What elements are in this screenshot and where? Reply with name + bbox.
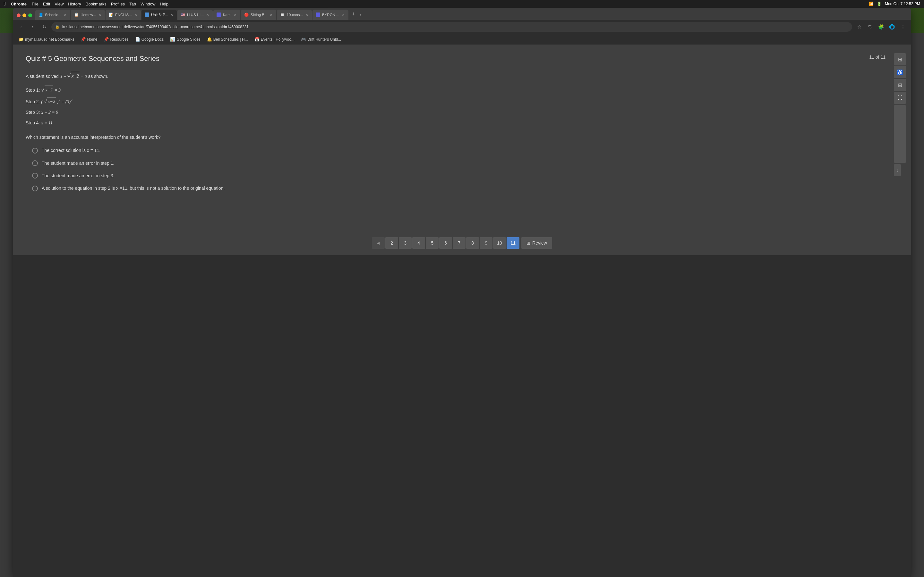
maximize-button[interactable]	[28, 13, 32, 17]
address-bar[interactable]: 🔒 lms.lausd.net/common-assessment-delive…	[51, 22, 462, 32]
option-c[interactable]: The student made an error in step 3.	[32, 172, 462, 180]
bookmark-mymail[interactable]: 📁 mymail.lausd.net Bookmarks	[16, 36, 77, 43]
tab-favicon-unit3	[145, 13, 149, 17]
tab-schoology[interactable]: 📘 Schoolo... ✕	[35, 10, 70, 20]
bookmark-icon-google-docs: 📄	[135, 37, 140, 42]
bookmark-bell[interactable]: 🔔 Bell Schedules | H...	[204, 36, 250, 43]
bookmark-resources[interactable]: 📌 Resources	[101, 36, 131, 43]
question-intro-text: A student solved 3 − √ x−2 = 0 as shown.	[26, 72, 462, 81]
option-a-text: The correct solution is x = 11.	[42, 147, 100, 155]
bookmark-google-docs[interactable]: 📄 Google Docs	[132, 36, 166, 43]
option-a[interactable]: The correct solution is x = 11.	[32, 147, 462, 155]
bookmark-icon-resources: 📌	[103, 37, 109, 42]
tab-ushi[interactable]: 🇺🇸 H US HI... ✕	[178, 10, 213, 20]
step-3-equation: x − 2 = 9	[41, 110, 58, 115]
tab-favicon-kami	[216, 13, 221, 17]
security-icon: 🔒	[55, 25, 60, 29]
step-2-equation: ( √ x−2 )2 = (3)2	[41, 99, 72, 104]
tab-byron[interactable]: BYRON ... ✕	[312, 10, 349, 20]
radio-option-c[interactable]	[32, 173, 38, 179]
menu-view[interactable]: View	[55, 2, 63, 6]
page-4-button[interactable]: 4	[412, 237, 425, 249]
menu-edit[interactable]: Edit	[43, 2, 50, 6]
tab-homework[interactable]: 📋 Homew... ✕	[71, 10, 105, 20]
bookmark-google-slides[interactable]: 📊 Google Slides	[168, 36, 203, 43]
tab-favicon-sitting: 🔴	[244, 13, 249, 17]
apple-menu[interactable]: 	[4, 1, 6, 7]
option-b[interactable]: The student made an error in step 1.	[32, 159, 462, 167]
bookmark-home[interactable]: 📌 Home	[78, 36, 100, 43]
question-content: A student solved 3 − √ x−2 = 0 as shown.…	[26, 72, 462, 192]
tab-close-english[interactable]: ✕	[134, 13, 137, 17]
tab-close-ushi[interactable]: ✕	[206, 13, 210, 17]
back-button[interactable]: ‹	[17, 23, 26, 31]
bookmark-label-bell: Bell Schedules | H...	[213, 37, 248, 42]
tab-close-byron[interactable]: ✕	[341, 13, 345, 17]
menu-file[interactable]: File	[32, 2, 39, 6]
radio-option-d[interactable]	[32, 185, 38, 191]
tab-close-homework[interactable]: ✕	[98, 13, 102, 17]
forward-button[interactable]: ›	[28, 23, 37, 31]
menu-profiles[interactable]: Profiles	[111, 2, 125, 6]
radio-option-b[interactable]	[32, 160, 38, 166]
page-7-button[interactable]: 7	[453, 237, 462, 249]
tab-label-byron: BYRON ...	[322, 13, 339, 17]
sqrt-step1: √ x−2	[41, 85, 53, 94]
tab-english[interactable]: 📝 ENGLIS... ✕	[105, 10, 141, 20]
browser-toolbar: ‹ › ↻ 🔒 lms.lausd.net/common-assessment-…	[13, 20, 462, 34]
tab-label-10cons: 10-cons...	[286, 13, 303, 17]
tab-sitting[interactable]: 🔴 Sitting B... ✕	[241, 10, 276, 20]
menu-history[interactable]: History	[68, 2, 81, 6]
tab-close-unit3[interactable]: ✕	[170, 13, 174, 17]
tab-overflow-arrow[interactable]: ›	[360, 12, 362, 17]
intro-label: A student solved	[26, 74, 60, 79]
step-2: Step 2: ( √ x−2 )2 = (3)2	[26, 97, 462, 106]
minimize-button[interactable]	[23, 13, 26, 17]
step-2-label: Step 2:	[26, 99, 41, 104]
option-d[interactable]: A solution to the equation in step 2 is …	[32, 184, 462, 192]
step-4: Step 4: x = 11	[26, 119, 462, 127]
bookmark-icon-google-slides: 📊	[170, 37, 175, 42]
tab-10cons[interactable]: 🔲 10-cons... ✕	[277, 10, 312, 20]
option-d-text: A solution to the equation in step 2 is …	[42, 184, 225, 192]
tab-kami[interactable]: Kami ✕	[213, 10, 240, 20]
menu-tab[interactable]: Tab	[129, 2, 136, 6]
step-3-label: Step 3:	[26, 110, 41, 115]
menu-bookmarks[interactable]: Bookmarks	[86, 2, 107, 6]
bookmark-label-google-slides: Google Slides	[176, 37, 200, 42]
prev-page-button[interactable]: ◄	[372, 237, 384, 249]
menu-help[interactable]: Help	[160, 2, 168, 6]
page-2-button[interactable]: 2	[385, 237, 398, 249]
bookmark-icon-events: 📅	[254, 37, 260, 42]
tab-favicon-byron	[316, 13, 320, 17]
tab-close-10cons[interactable]: ✕	[305, 13, 309, 17]
new-tab-button[interactable]: +	[349, 10, 358, 19]
step-4-label: Step 4:	[26, 120, 41, 125]
page-3-button[interactable]: 3	[399, 237, 412, 249]
reload-button[interactable]: ↻	[40, 23, 49, 31]
page-6-button[interactable]: 6	[439, 237, 452, 249]
bookmark-events[interactable]: 📅 Events | Hollywoo...	[252, 36, 297, 43]
tab-favicon-english: 📝	[109, 13, 113, 17]
menu-chrome[interactable]: Chrome	[11, 2, 27, 6]
tab-label-homework: Homew...	[81, 13, 96, 17]
bookmark-icon-mymail: 📁	[19, 37, 24, 42]
page-5-button[interactable]: 5	[426, 237, 439, 249]
tab-label-sitting: Sitting B...	[250, 13, 267, 17]
tab-close-sitting[interactable]: ✕	[269, 13, 273, 17]
tab-favicon-schoology: 📘	[39, 13, 43, 17]
tab-unit3[interactable]: Unit 3: P... ✕	[142, 10, 177, 20]
bookmark-label-home: Home	[87, 37, 97, 42]
bookmark-icon-home: 📌	[81, 37, 86, 42]
bookmark-label-drift: Drift Hunters Unbl...	[307, 37, 341, 42]
bookmark-drift[interactable]: 🎮 Drift Hunters Unbl...	[298, 36, 344, 43]
tab-label-schoology: Schoolo...	[45, 13, 61, 17]
bookmark-label-resources: Resources	[110, 37, 128, 42]
quiz-title: Quiz # 5 Geometric Sequences and Series	[26, 55, 462, 63]
menu-window[interactable]: Window	[141, 2, 155, 6]
radio-option-a[interactable]	[32, 148, 38, 153]
tab-close-kami[interactable]: ✕	[233, 13, 237, 17]
close-button[interactable]	[17, 13, 21, 17]
step-1-equation: √ x−2 = 3	[41, 88, 61, 93]
tab-close-schoology[interactable]: ✕	[63, 13, 67, 17]
